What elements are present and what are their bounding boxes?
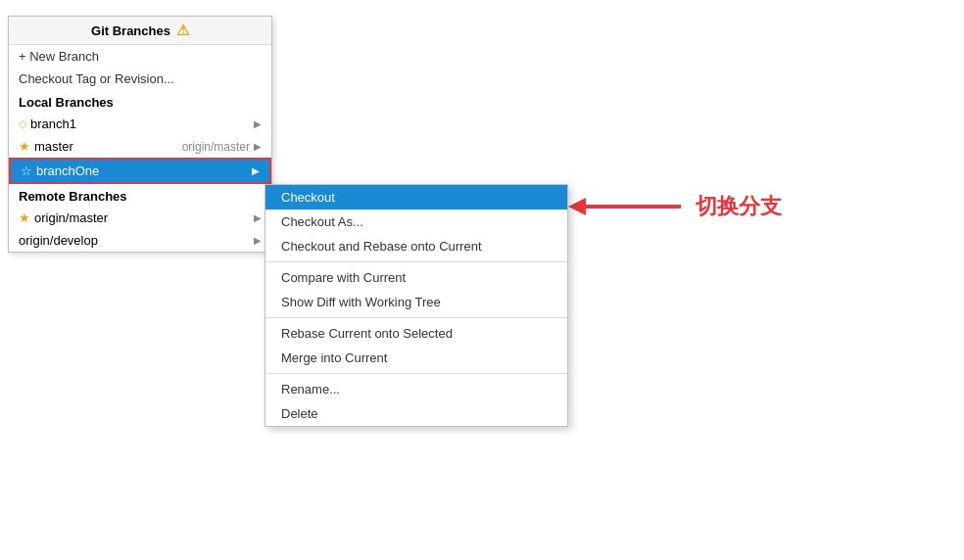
red-arrow-svg bbox=[568, 192, 686, 221]
local-branches-header: Local Branches bbox=[9, 90, 271, 113]
panel-header: Git Branches ⚠ bbox=[9, 17, 271, 45]
branch-item-branch1[interactable]: ◇ branch1 ▶ bbox=[9, 113, 271, 135]
ctx-checkout[interactable]: Checkout bbox=[265, 185, 567, 210]
annotation-text: 切换分支 bbox=[696, 192, 782, 221]
branch-name: branch1 bbox=[30, 117, 76, 131]
branch-name: master bbox=[34, 139, 73, 154]
checkout-tag-label: Checkout Tag or Revision... bbox=[19, 71, 174, 86]
chevron-icon: ▶ bbox=[254, 141, 262, 152]
branch-item-origin-master[interactable]: ★ origin/master ▶ bbox=[9, 207, 271, 229]
ctx-separator-3 bbox=[265, 373, 567, 374]
branch-name: branchOne bbox=[36, 163, 99, 178]
new-branch-label: + New Branch bbox=[19, 49, 99, 64]
git-branches-panel: Git Branches ⚠ + New Branch Checkout Tag… bbox=[8, 16, 272, 253]
annotation-container: 切换分支 bbox=[568, 192, 782, 221]
checkout-tag-item[interactable]: Checkout Tag or Revision... bbox=[9, 68, 271, 90]
panel-title: Git Branches bbox=[91, 23, 170, 38]
chevron-icon: ▶ bbox=[254, 118, 262, 129]
ctx-separator-1 bbox=[265, 261, 567, 262]
star-icon: ★ bbox=[19, 139, 30, 154]
ctx-checkout-rebase[interactable]: Checkout and Rebase onto Current bbox=[265, 234, 567, 258]
diamond-icon: ◇ bbox=[19, 117, 26, 130]
ctx-separator-2 bbox=[265, 317, 567, 318]
svg-marker-1 bbox=[568, 198, 586, 215]
ctx-show-diff[interactable]: Show Diff with Working Tree bbox=[265, 290, 567, 314]
star-icon: ☆ bbox=[21, 163, 32, 178]
new-branch-item[interactable]: + New Branch bbox=[9, 45, 271, 68]
chevron-icon: ▶ bbox=[254, 212, 262, 223]
ctx-compare[interactable]: Compare with Current bbox=[265, 265, 567, 290]
star-icon: ★ bbox=[19, 210, 30, 225]
branch-item-origin-develop[interactable]: origin/develop ▶ bbox=[9, 229, 271, 252]
remote-branches-header: Remote Branches bbox=[9, 184, 271, 207]
warning-icon: ⚠ bbox=[176, 22, 189, 39]
context-menu: Checkout Checkout As... Checkout and Reb… bbox=[265, 184, 568, 427]
branch-item-master[interactable]: ★ master origin/master ▶ bbox=[9, 135, 271, 158]
chevron-icon: ▶ bbox=[254, 235, 262, 246]
ctx-checkout-as[interactable]: Checkout As... bbox=[265, 210, 567, 234]
branch-name: origin/master bbox=[34, 210, 108, 225]
ctx-rename[interactable]: Rename... bbox=[265, 377, 567, 401]
branch-item-branchone[interactable]: ☆ branchOne ▶ bbox=[9, 158, 271, 184]
ctx-delete[interactable]: Delete bbox=[265, 401, 567, 426]
ctx-rebase[interactable]: Rebase Current onto Selected bbox=[265, 321, 567, 346]
branch-name: origin/develop bbox=[19, 233, 98, 248]
ctx-merge[interactable]: Merge into Current bbox=[265, 346, 567, 370]
chevron-icon: ▶ bbox=[252, 165, 260, 176]
tracking-label: origin/master bbox=[182, 140, 250, 154]
